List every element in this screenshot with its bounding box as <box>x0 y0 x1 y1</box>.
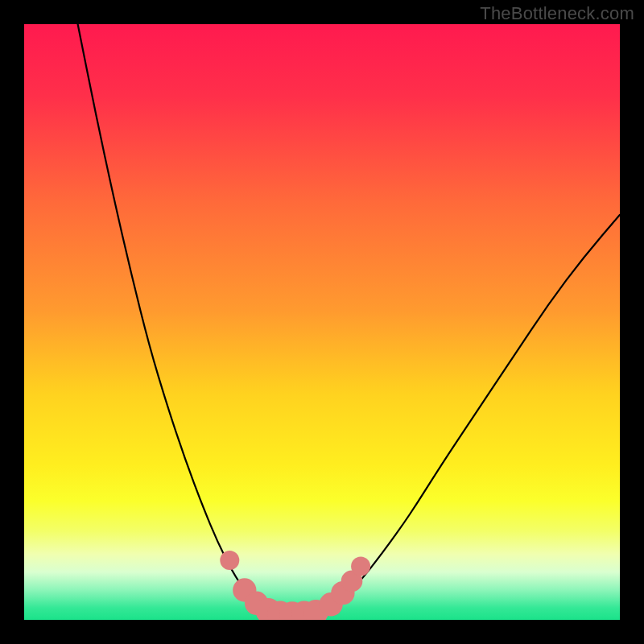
marker-group <box>220 551 370 620</box>
chart-frame: TheBottleneck.com <box>0 0 644 644</box>
marker-point <box>351 556 370 576</box>
marker-point <box>220 551 239 570</box>
plot-area <box>24 24 620 620</box>
watermark-label: TheBottleneck.com <box>480 3 634 24</box>
curve-layer <box>24 24 620 620</box>
bottleneck-curve <box>78 24 620 615</box>
